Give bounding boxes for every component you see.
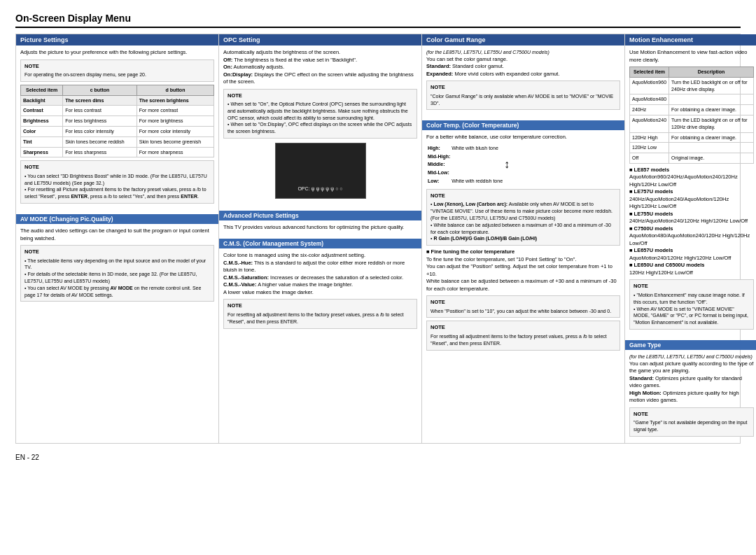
le757u-models: ■ LE757U models240Hz/AquoMotion240/AquoM… [629,188,754,211]
fine-tune-header: ■ Fine tuning the color temperature [426,248,620,256]
game-standard: Standard: Optimizes picture quality for … [629,375,754,390]
motion-table: Selected item Description AquoMotion960T… [629,66,754,164]
cms-saturation: C.M.S.-Saturation: Increases or decrease… [223,274,417,282]
picture-settings-header: Picture Settings [16,34,218,45]
game-high-motion: High Motion: Optimizes picture quality f… [629,390,754,405]
page-title: On-Screen Display Menu [15,13,741,28]
note-box-3: NOTE • The selectable items vary dependi… [20,245,214,302]
game-type-text: You can adjust picture quality according… [629,360,754,375]
le657u-models: ■ LE657U modelsAquoMotion240/120Hz High/… [629,247,754,262]
note-box-gamut: NOTE "Color Gamut Range" is only availab… [426,80,620,110]
page-number: EN - 22 [15,454,39,461]
cms-header: C.M.S. (Color Management System) [219,239,421,248]
le857-models: ■ LE857 modelsAquoMotion960/240Hz/AquoMo… [629,167,754,189]
fine-tune-text1: To fine tune the color temperature, set … [426,256,620,264]
note-box-2: NOTE • You can select "3D Brightness Boo… [20,160,214,204]
note-box-reset: NOTE For resetting all adjustment items … [426,321,620,350]
picture-settings-intro: Adjusts the picture to your preference w… [20,49,214,57]
note-box-1: NOTE For operating the on-screen display… [20,59,214,82]
opc-on-display: On:Display: Displays the OPC effect on t… [223,71,417,86]
picture-settings-table: Selected item c button d button Backligh… [20,85,214,158]
advanced-picture-header: Advanced Picture Settings [219,211,421,220]
le755u-models: ■ LE755U models240Hz/AquoMotion240/120Hz… [629,211,754,225]
note-box-opc: NOTE • When set to "On", the Optical Pic… [223,89,417,139]
av-mode-header: AV MODE (Changing Pic.Quality) [16,214,218,224]
motion-enhancement-text: Use Motion Enhancement to view fast-acti… [629,49,754,64]
fine-tune-text3: White balance can be adjusted between a … [426,278,620,293]
gamut-expanded: Expanded: More vivid colors with expande… [426,71,620,78]
page-number-area: EN - 22 [15,449,741,461]
advanced-picture-text: This TV provides various advanced functi… [223,224,417,232]
color-temp-table: High:White with blush tone↕ Mid-High: Mi… [426,143,511,186]
opc-intro: Automatically adjusts the brightness of … [223,49,417,57]
color-gamut-header: Color Gamut Range [422,34,624,45]
opc-display-image: OPC: ψ ψ ψ ψ ψ ○ ○ [275,143,366,199]
color-temp-header: Color Temp. (Color Temperature) [422,120,624,130]
game-type-header: Game Type [625,340,756,350]
fine-tune-text2: You can adjust the "Position" setting. A… [426,263,620,278]
note-box-motion: NOTE • "Motion Enhancement" may cause im… [629,279,754,329]
cms-text: Color tone is managed using the six-colo… [223,252,417,260]
note-box-fine-tune: NOTE When "Position" is set to "10", you… [426,295,620,318]
opc-setting-header: OPC Setting [219,34,421,45]
le650u-models: ■ LE650U and C6500U models120Hz High/120… [629,262,754,276]
opc-off: Off: The brightness is fixed at the valu… [223,57,417,64]
opc-on: On: Automatically adjusts. [223,64,417,71]
cms-hue: C.M.S.-Hue: This is a standard to adjust… [223,260,417,274]
av-mode-text: The audio and video settings can be chan… [20,227,214,242]
cms-lower: A lower value makes the image darker. [223,289,417,297]
note-box-cms: NOTE For resetting all adjustment items … [223,299,417,328]
motion-enhancement-header: Motion Enhancement [625,34,756,45]
cms-value: C.M.S.-Value: A higher value makes the i… [223,281,417,289]
note-box-color-temp: NOTE • Low (Xenon), Low (Carbon arc): Av… [426,189,620,246]
color-gamut-text: You can set the color gamut range. [426,56,620,64]
c7500u-models: ■ C7500U modelsAquoMotion480/AquoMotion2… [629,225,754,248]
color-temp-intro: For a better white balance, use color te… [426,134,620,141]
gamut-standard: Standard: Standard color gamut. [426,63,620,71]
color-gamut-subheader: (for the LE857U, LE757U, LE755U and C750… [426,49,620,56]
game-type-subheader: (for the LE857U, LE757U, LE755U and C750… [629,353,754,360]
note-box-game-type: NOTE "Game Type" is not available depend… [629,407,754,437]
